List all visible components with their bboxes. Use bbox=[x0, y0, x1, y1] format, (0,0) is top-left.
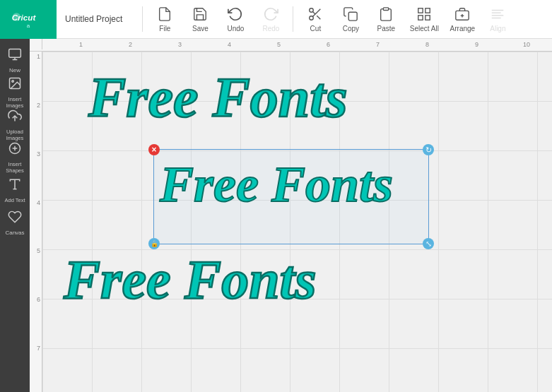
svg-text:Cricut: Cricut bbox=[12, 13, 37, 22]
cut-button[interactable]: Cut bbox=[299, 2, 331, 36]
selection-handle-close[interactable]: × bbox=[148, 144, 160, 155]
ruler-mark-3: 3 bbox=[178, 41, 182, 48]
redo-button[interactable]: Redo bbox=[254, 2, 287, 36]
ruler-mark-10: 10 bbox=[523, 41, 530, 48]
arrange-button[interactable]: Arrange bbox=[446, 2, 478, 36]
ruler-mark-5: 5 bbox=[277, 41, 281, 48]
svg-rect-20 bbox=[9, 49, 21, 57]
select-all-button[interactable]: Select All bbox=[405, 2, 443, 36]
ruler-vmark-3: 3 bbox=[37, 149, 40, 198]
canvas-grid[interactable]: Free Fonts × ↻ 🔒 ⤡ Free Fonts bbox=[42, 52, 552, 392]
sidebar-item-new[interactable]: New bbox=[1, 44, 28, 76]
svg-line-6 bbox=[313, 11, 316, 14]
file-icon bbox=[156, 6, 173, 23]
align-icon bbox=[489, 6, 506, 23]
cut-icon bbox=[307, 6, 324, 23]
separator-2 bbox=[293, 6, 293, 32]
save-icon bbox=[192, 6, 209, 23]
ruler-mark-7: 7 bbox=[376, 41, 380, 48]
sidebar-item-insert-shapes[interactable]: InsertShapes bbox=[1, 142, 28, 173]
copy-icon bbox=[342, 6, 359, 23]
ruler-vmark-5: 5 bbox=[37, 246, 40, 295]
svg-rect-12 bbox=[418, 16, 423, 20]
paste-label: Paste bbox=[377, 25, 396, 32]
copy-label: Copy bbox=[343, 25, 359, 32]
redo-label: Redo bbox=[262, 25, 279, 32]
arrange-label: Arrange bbox=[450, 25, 476, 32]
text-element-middle[interactable]: Free Fonts bbox=[160, 155, 393, 214]
copy-button[interactable]: Copy bbox=[334, 2, 367, 36]
ruler-vmark-6: 6 bbox=[37, 295, 40, 343]
svg-point-3 bbox=[310, 16, 314, 20]
svg-point-24 bbox=[12, 81, 13, 83]
project-title-area: Untitled Project bbox=[65, 14, 122, 24]
undo-label: Undo bbox=[227, 25, 244, 32]
sidebar-item-canvas[interactable]: Canvas bbox=[1, 207, 28, 238]
paste-icon bbox=[377, 6, 394, 23]
lock-icon: 🔒 bbox=[151, 240, 158, 247]
ruler-mark-8: 8 bbox=[425, 41, 429, 48]
scale-icon: ⤡ bbox=[425, 239, 432, 249]
align-button[interactable]: Align bbox=[481, 2, 514, 36]
project-title: Untitled Project bbox=[65, 14, 122, 24]
save-button[interactable]: Save bbox=[184, 2, 216, 36]
ruler-vmark-2: 2 bbox=[37, 100, 40, 149]
cricut-logo[interactable]: Cricut a bbox=[0, 0, 57, 39]
sidebar-item-upload-images[interactable]: UploadImages bbox=[1, 109, 28, 141]
svg-line-5 bbox=[317, 16, 321, 19]
select-all-label: Select All bbox=[410, 25, 439, 32]
ruler-vmark-4: 4 bbox=[37, 198, 40, 247]
canvas-area: 1 2 3 4 5 6 7 8 9 10 1 2 3 4 5 6 7 Free … bbox=[30, 39, 552, 392]
undo-button[interactable]: Undo bbox=[219, 2, 252, 36]
upload-images-label: UploadImages bbox=[6, 129, 24, 141]
svg-rect-10 bbox=[425, 8, 430, 13]
save-label: Save bbox=[192, 25, 209, 32]
rotate-icon: ↻ bbox=[425, 145, 432, 155]
text-element-top[interactable]: Free Fonts bbox=[88, 66, 348, 130]
cut-label: Cut bbox=[310, 25, 322, 32]
sidebar-item-insert-images[interactable]: InsertImages bbox=[1, 77, 28, 108]
new-icon bbox=[8, 47, 22, 65]
canvas-label: Canvas bbox=[5, 230, 24, 236]
file-label: File bbox=[159, 25, 170, 32]
align-label: Align bbox=[490, 25, 505, 32]
ruler-mark-6: 6 bbox=[327, 41, 330, 48]
upload-images-icon bbox=[8, 109, 22, 126]
add-text-icon bbox=[8, 177, 22, 195]
svg-rect-7 bbox=[349, 12, 358, 20]
ruler-left: 1 2 3 4 5 6 7 bbox=[30, 52, 42, 392]
ruler-mark-1: 1 bbox=[79, 41, 83, 48]
sidebar-item-add-text[interactable]: Add Text bbox=[1, 174, 28, 206]
paste-button[interactable]: Paste bbox=[370, 2, 402, 36]
sidebar: New InsertImages UploadImages bbox=[0, 39, 30, 392]
selection-handle-scale[interactable]: ⤡ bbox=[423, 238, 434, 249]
svg-point-2 bbox=[310, 8, 314, 13]
ruler-mark-2: 2 bbox=[129, 41, 132, 48]
ruler-top: 1 2 3 4 5 6 7 8 9 10 bbox=[30, 39, 552, 52]
canvas-icon bbox=[8, 210, 22, 227]
add-text-label: Add Text bbox=[4, 197, 25, 203]
svg-rect-8 bbox=[384, 8, 389, 11]
file-button[interactable]: File bbox=[148, 2, 181, 36]
ruler-mark-4: 4 bbox=[228, 41, 231, 48]
select-all-icon bbox=[416, 6, 433, 23]
selection-box[interactable]: × ↻ 🔒 ⤡ Free Fonts bbox=[153, 149, 429, 244]
ruler-vmark-1: 1 bbox=[37, 52, 40, 100]
insert-shapes-icon bbox=[8, 141, 22, 159]
separator-1 bbox=[142, 6, 143, 32]
ruler-mark-9: 9 bbox=[475, 41, 478, 48]
svg-rect-11 bbox=[425, 16, 430, 20]
insert-shapes-label: InsertShapes bbox=[6, 161, 23, 174]
svg-rect-9 bbox=[418, 8, 423, 13]
insert-images-icon bbox=[8, 76, 22, 94]
close-icon: × bbox=[151, 145, 156, 155]
selection-handle-rotate[interactable]: ↻ bbox=[423, 144, 434, 155]
text-element-bottom[interactable]: Free Fonts bbox=[64, 248, 317, 311]
arrange-icon bbox=[454, 6, 471, 23]
redo-icon bbox=[262, 6, 279, 23]
username-label: a bbox=[27, 23, 30, 29]
ruler-vmark-7: 7 bbox=[37, 343, 40, 392]
toolbar: Cricut a Untitled Project File Save bbox=[0, 0, 552, 39]
new-label: New bbox=[9, 67, 20, 73]
undo-icon bbox=[227, 6, 244, 23]
